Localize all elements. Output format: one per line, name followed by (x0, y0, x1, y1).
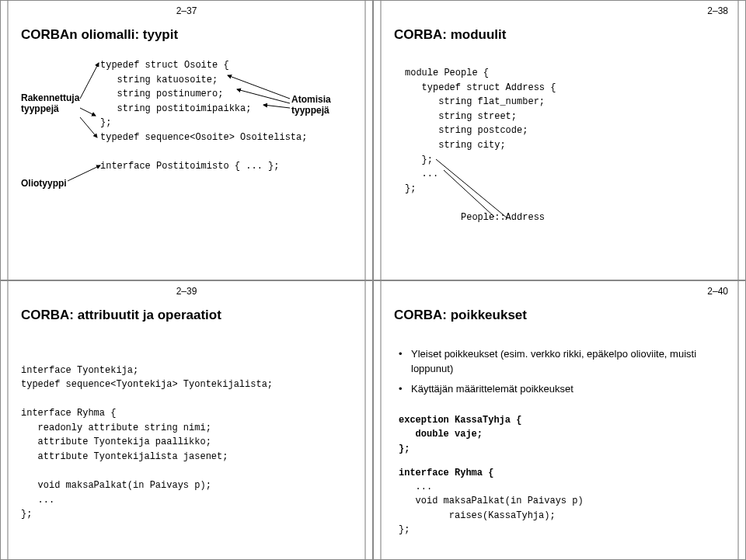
slide-39: 2–39 CORBA: attribuutit ja operaatiot in… (0, 280, 373, 561)
slide-40: 2–40 CORBA: poikkeukset • Yleiset poikke… (373, 280, 746, 561)
bullet-list: • Yleiset poikkeukset (esim. verkko rikk… (399, 346, 725, 402)
slide-title: CORBA: moduulit (394, 27, 506, 43)
page-number: 2–38 (707, 5, 728, 16)
bullet-dot: • (399, 346, 411, 377)
bullet-item: • Yleiset poikkeukset (esim. verkko rikk… (399, 346, 725, 377)
slide-title: CORBAn oliomalli: tyypit (21, 27, 178, 43)
svg-line-0 (80, 63, 99, 99)
svg-line-1 (80, 108, 96, 116)
label-oliotyyppi: Oliotyyppi (21, 178, 67, 189)
slide-37: 2–37 CORBAn oliomalli: tyypit Rakennettu… (0, 0, 373, 280)
label-rakennettuja: Rakennettuja tyyppejä (21, 92, 79, 114)
code-block: module People { typedef struct Address {… (405, 66, 556, 225)
code-block-2: interface Ryhma { (399, 466, 493, 481)
svg-line-2 (80, 117, 97, 137)
svg-line-6 (68, 165, 100, 181)
slide-title: CORBA: attribuutit ja operaatiot (21, 308, 221, 323)
bullet-dot: • (399, 381, 411, 397)
page-number: 2–39 (176, 286, 197, 297)
code-block-3: ... void maksaPalkat(in Paivays p) raise… (399, 480, 584, 537)
code-block: interface Tyontekija; typedef sequence<T… (21, 363, 273, 523)
code-block: typedef struct Osoite { string katuosoit… (100, 58, 307, 174)
slide-38: 2–38 CORBA: moduulit module People { typ… (373, 0, 746, 280)
page-number: 2–37 (176, 5, 197, 16)
slide-title: CORBA: poikkeukset (394, 308, 527, 323)
code-block-1: exception KassaTyhja { double vaje; }; (399, 413, 521, 457)
page-number: 2–40 (707, 286, 728, 297)
bullet-item: • Käyttäjän määrittelemät poikkeukset (399, 381, 725, 397)
